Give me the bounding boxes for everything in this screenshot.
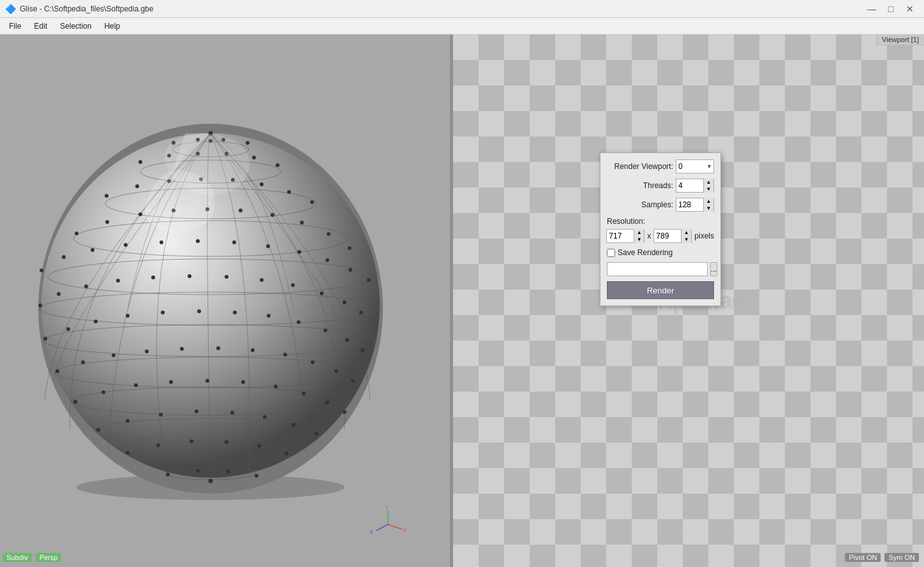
threads-spinbutton: ▲ ▼ <box>703 179 713 193</box>
svg-point-77 <box>267 314 271 318</box>
svg-point-47 <box>62 255 66 259</box>
render-viewport-select[interactable]: 0 1 <box>676 160 706 173</box>
menu-selection[interactable]: Selection <box>54 18 98 34</box>
svg-point-68 <box>343 300 346 304</box>
svg-point-44 <box>327 232 331 236</box>
browse-button[interactable]: ... <box>710 262 717 276</box>
samples-input[interactable] <box>676 198 703 211</box>
viewport-left[interactable]: Viewport [0] <box>0 34 450 567</box>
svg-point-33 <box>260 182 264 186</box>
title-bar: 🔷 Glise - C:\Softpedia_files\Softpedia.g… <box>0 0 924 18</box>
menu-edit[interactable]: Edit <box>27 18 54 34</box>
svg-point-100 <box>302 392 306 395</box>
res-width-spin-down[interactable]: ▼ <box>634 236 644 243</box>
samples-spin-up[interactable]: ▲ <box>704 198 713 205</box>
svg-point-85 <box>145 350 149 353</box>
menu-file[interactable]: File <box>3 18 27 34</box>
svg-point-26 <box>252 156 256 159</box>
svg-point-84 <box>112 353 116 357</box>
svg-point-59 <box>57 292 61 296</box>
select-arrow-icon: ▼ <box>706 163 712 170</box>
svg-point-121 <box>209 479 213 483</box>
save-rendering-checkbox[interactable] <box>607 249 615 257</box>
samples-row: Samples: ▲ ▼ <box>607 198 714 212</box>
svg-point-107 <box>230 411 234 415</box>
svg-text:y: y <box>385 504 389 510</box>
svg-point-118 <box>196 469 200 473</box>
svg-point-53 <box>266 244 270 248</box>
threads-input-wrap: ▲ ▼ <box>676 179 714 193</box>
svg-text:z: z <box>370 528 373 534</box>
svg-point-115 <box>257 444 261 448</box>
maximize-button[interactable]: □ <box>882 2 900 16</box>
svg-point-99 <box>274 385 278 388</box>
title-bar-left: 🔷 Glise - C:\Softpedia_files\Softpedia.g… <box>5 4 153 14</box>
svg-point-61 <box>116 279 120 283</box>
threads-row: Threads: ▲ ▼ <box>607 179 714 193</box>
threads-spin-down[interactable]: ▼ <box>704 186 713 193</box>
res-width-spin-up[interactable]: ▲ <box>634 229 644 236</box>
subdiv-tag[interactable]: Subdiv <box>3 553 32 562</box>
svg-point-75 <box>197 309 201 313</box>
svg-point-93 <box>73 400 77 404</box>
persp-tag[interactable]: Persp <box>36 553 62 562</box>
render-viewport-label: Render Viewport: <box>615 162 674 171</box>
menu-help[interactable]: Help <box>98 18 126 34</box>
close-button[interactable]: ✕ <box>901 2 919 16</box>
svg-point-66 <box>291 283 295 287</box>
svg-point-52 <box>232 240 236 244</box>
svg-point-60 <box>84 284 88 288</box>
svg-point-57 <box>367 278 371 282</box>
svg-point-83 <box>81 360 85 364</box>
resolution-label-row: Resolution: <box>607 217 714 226</box>
svg-point-51 <box>196 239 200 243</box>
menu-bar: File Edit Selection Help <box>0 18 924 34</box>
main-area: Viewport [0] <box>0 34 924 567</box>
render-viewport-select-wrap: 0 1 ▼ <box>676 159 714 173</box>
threads-input[interactable] <box>676 179 703 192</box>
svg-point-92 <box>351 379 355 383</box>
svg-point-86 <box>180 347 184 351</box>
svg-point-71 <box>66 327 70 331</box>
svg-point-119 <box>227 469 230 473</box>
samples-spinbutton: ▲ ▼ <box>703 198 713 212</box>
svg-point-55 <box>325 258 329 262</box>
svg-point-120 <box>255 474 258 478</box>
svg-point-74 <box>161 311 165 314</box>
svg-point-34 <box>287 190 291 194</box>
threads-spin-up[interactable]: ▲ <box>704 179 713 186</box>
file-path-input[interactable] <box>607 262 708 276</box>
save-rendering-label: Save Rendering <box>618 248 673 257</box>
svg-point-29 <box>135 184 139 188</box>
render-button[interactable]: Render <box>607 281 714 299</box>
svg-point-112 <box>156 443 160 447</box>
svg-point-109 <box>292 423 295 427</box>
svg-point-104 <box>126 419 130 423</box>
svg-point-91 <box>334 369 338 373</box>
res-width-input[interactable] <box>607 230 634 242</box>
res-height-spin-up[interactable]: ▲ <box>682 229 691 236</box>
pivot-tag[interactable]: Pivot ON <box>845 553 881 562</box>
viewport-right-bottom: Pivot ON Sym ON <box>845 553 919 562</box>
sym-tag[interactable]: Sym ON <box>884 553 919 562</box>
res-x-separator: x <box>647 232 651 240</box>
svg-point-65 <box>260 278 264 282</box>
samples-spin-down[interactable]: ▼ <box>704 205 713 212</box>
minimize-button[interactable]: — <box>863 2 881 16</box>
res-height-input[interactable] <box>654 230 681 242</box>
svg-point-87 <box>216 346 220 350</box>
viewport-right[interactable]: Viewport [1] Softpedia® Render Viewport:… <box>453 34 924 567</box>
svg-point-89 <box>283 353 287 357</box>
res-width-wrap: ▲ ▼ <box>606 229 645 243</box>
svg-point-96 <box>169 380 173 384</box>
svg-point-54 <box>297 250 301 254</box>
svg-point-42 <box>271 213 274 217</box>
svg-point-37 <box>105 220 109 224</box>
svg-point-76 <box>233 311 237 314</box>
svg-point-56 <box>348 268 352 272</box>
resolution-label: Resolution: <box>607 217 645 226</box>
svg-point-58 <box>38 304 42 307</box>
res-height-spin-down[interactable]: ▼ <box>682 236 691 243</box>
svg-point-63 <box>188 274 191 278</box>
render-panel: Render Viewport: 0 1 ▼ Threads: ▲ ▼ <box>600 152 721 306</box>
